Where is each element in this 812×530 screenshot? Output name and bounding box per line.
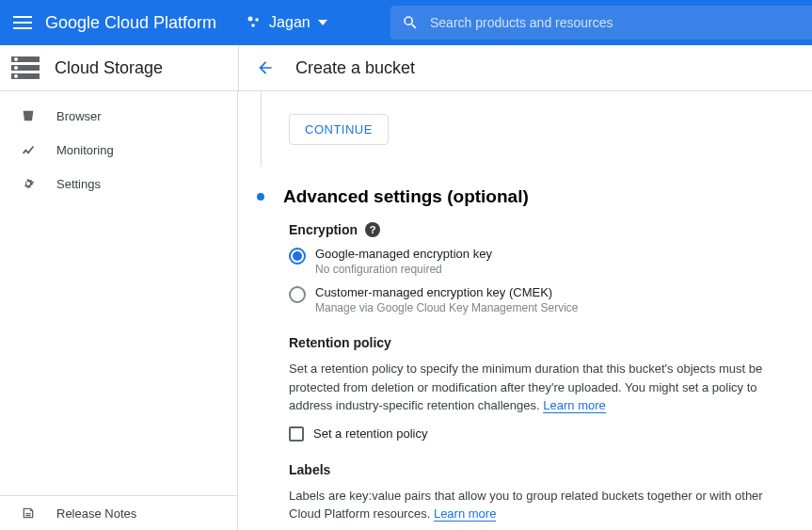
svg-point-1 — [255, 18, 259, 22]
main-content: CONTINUE Advanced settings (optional) En… — [238, 91, 812, 530]
svg-point-2 — [251, 24, 255, 27]
labels-heading: Labels — [289, 462, 774, 477]
step-header-advanced: Advanced settings (optional) — [253, 186, 812, 207]
project-name: Jagan — [269, 14, 310, 31]
sidebar-item-monitoring[interactable]: Monitoring — [0, 133, 237, 167]
left-sidebar: Browser Monitoring Settings Release N — [0, 91, 238, 530]
product-title: Cloud Storage — [55, 58, 163, 78]
radio-customer-managed-key[interactable]: Customer-managed encryption key (CMEK) M… — [289, 285, 774, 314]
step-indicator-dot — [257, 193, 264, 201]
continue-button[interactable]: CONTINUE — [289, 114, 389, 145]
radio-sublabel: No configuration required — [315, 263, 492, 276]
sidebar-item-browser[interactable]: Browser — [0, 99, 237, 133]
retention-learn-more-link[interactable]: Learn more — [543, 398, 605, 413]
sidebar-item-release-notes[interactable]: Release Notes — [0, 496, 237, 530]
radio-label: Google-managed encryption key — [315, 247, 492, 261]
checkbox-label: Set a retention policy — [313, 426, 427, 441]
radio-label: Customer-managed encryption key (CMEK) — [315, 285, 579, 299]
notes-icon — [19, 506, 38, 521]
search-input[interactable] — [430, 15, 801, 30]
project-selector[interactable]: Jagan — [239, 14, 335, 31]
back-button[interactable] — [254, 58, 277, 77]
menu-icon — [13, 16, 32, 29]
sub-header: Cloud Storage Create a bucket — [0, 45, 812, 91]
platform-logo[interactable]: Google Cloud Platform — [45, 13, 216, 33]
labels-description: Labels are key:value pairs that allow yo… — [289, 487, 774, 523]
sidebar-item-settings[interactable]: Settings — [0, 167, 237, 201]
bucket-icon — [19, 108, 38, 123]
project-icon — [247, 15, 262, 30]
search-box[interactable] — [390, 6, 812, 40]
search-icon — [402, 14, 419, 31]
stepper-line — [261, 91, 262, 167]
labels-learn-more-link[interactable]: Learn more — [434, 506, 496, 522]
encryption-heading: Encryption ? — [289, 222, 774, 237]
chevron-down-icon — [318, 20, 327, 25]
radio-selected-icon — [289, 248, 306, 265]
top-bar: Google Cloud Platform Jagan — [0, 0, 812, 45]
sidebar-item-label: Browser — [56, 109, 102, 123]
arrow-left-icon — [256, 58, 275, 77]
radio-unselected-icon — [289, 286, 306, 303]
product-header: Cloud Storage — [0, 45, 238, 90]
retention-description: Set a retention policy to specify the mi… — [289, 360, 774, 415]
svg-point-0 — [248, 17, 253, 22]
cloud-storage-icon — [11, 56, 40, 79]
radio-sublabel: Manage via Google Cloud Key Management S… — [315, 301, 579, 314]
page-title: Create a bucket — [295, 58, 415, 78]
sidebar-item-label: Release Notes — [56, 506, 136, 521]
chart-icon — [19, 142, 38, 157]
help-icon[interactable]: ? — [365, 222, 380, 237]
step-title: Advanced settings (optional) — [283, 186, 529, 207]
gear-icon — [19, 176, 38, 191]
checkbox-icon — [289, 426, 304, 442]
radio-google-managed-key[interactable]: Google-managed encryption key No configu… — [289, 247, 774, 276]
sidebar-item-label: Monitoring — [56, 143, 114, 157]
page-header: Create a bucket — [238, 45, 812, 90]
sidebar-item-label: Settings — [56, 177, 101, 191]
hamburger-menu-button[interactable] — [0, 0, 45, 45]
retention-heading: Retention policy — [289, 335, 774, 350]
set-retention-policy-checkbox[interactable]: Set a retention policy — [289, 426, 774, 442]
